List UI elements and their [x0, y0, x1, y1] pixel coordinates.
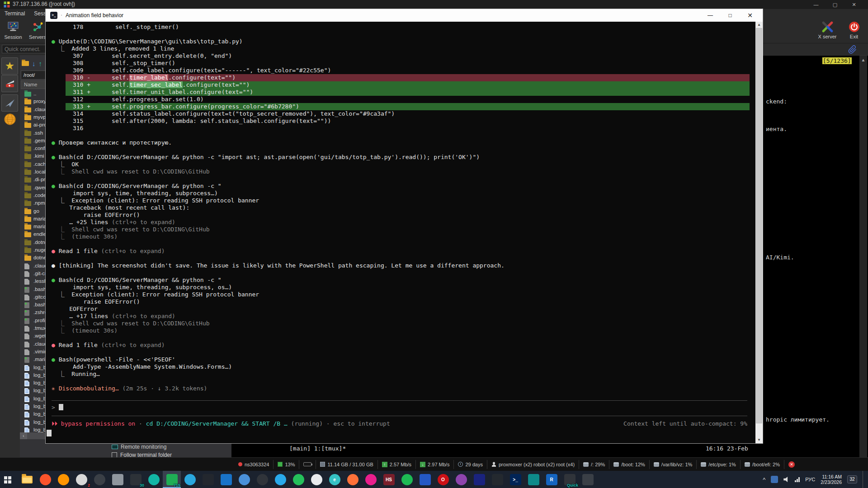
notification-badge[interactable]: 32	[847, 475, 857, 483]
exit-button[interactable]: Exit	[843, 20, 865, 39]
app-icon	[112, 474, 123, 485]
opera-icon[interactable]: O	[434, 471, 452, 488]
obs-icon	[257, 474, 268, 485]
obs-icon[interactable]	[253, 471, 271, 488]
menu-terminal[interactable]: Terminal	[0, 10, 29, 17]
app-icon[interactable]	[416, 471, 434, 488]
folder-icon	[24, 92, 31, 97]
telegram-icon[interactable]	[271, 471, 289, 488]
remote-monitoring-button[interactable]: Remote monitoring	[112, 444, 166, 451]
prompt-line[interactable]: >	[52, 404, 63, 411]
follow-terminal-checkbox[interactable]: Follow terminal folder	[112, 452, 172, 457]
minimize-button[interactable]: —	[807, 0, 826, 9]
brave-icon[interactable]	[36, 471, 54, 488]
status-item-disconnect: ✕	[784, 460, 799, 469]
app-icon[interactable]	[488, 471, 506, 488]
terminal-line: 313 + self.progress_bar.configure(progre…	[46, 103, 755, 110]
session-icon	[7, 21, 19, 32]
app-icon[interactable]	[145, 471, 163, 488]
terminal-text-fragment: AI/Kimi.	[766, 254, 794, 261]
app-icon[interactable]	[181, 471, 199, 488]
file-explorer-icon[interactable]	[18, 471, 36, 488]
status-item-disk: /etc/pve: 1%	[697, 460, 741, 469]
app-icon[interactable]	[217, 471, 235, 488]
star-icon: ★	[5, 61, 15, 71]
show-desktop-button[interactable]	[863, 471, 864, 488]
hidden-icons-chevron[interactable]: ^	[763, 476, 765, 483]
close-button[interactable]: ✕	[740, 9, 760, 22]
app-icon[interactable]	[452, 471, 470, 488]
firefox-icon	[347, 474, 359, 485]
mobaxterm-app-icon	[4, 1, 10, 8]
clock[interactable]: 11:16 AM 2/23/2026	[821, 474, 842, 485]
checkbox-icon[interactable]	[112, 452, 117, 457]
tray-app-icon[interactable]	[771, 476, 778, 483]
hs-icon[interactable]: HS	[380, 471, 398, 488]
camera-icon[interactable]	[398, 471, 416, 488]
sftp-tab[interactable]	[1, 111, 18, 128]
sessions-tab[interactable]: ★	[1, 57, 18, 75]
app-icon[interactable]	[470, 471, 488, 488]
edge-icon[interactable]: e	[326, 471, 344, 488]
language-indicator[interactable]: РУС	[805, 477, 815, 482]
folder-icon	[24, 131, 31, 136]
status-item-disk: /var/lib/vz: 1%	[650, 460, 697, 469]
powershell-icon[interactable]: >_	[506, 471, 524, 488]
firefox-icon[interactable]	[54, 471, 72, 488]
app-icon[interactable]: Quick	[561, 471, 579, 488]
start-button[interactable]	[0, 471, 18, 488]
speaker-icon[interactable]	[783, 477, 789, 482]
app-icon[interactable]	[362, 471, 380, 488]
macros-tab[interactable]	[1, 94, 18, 112]
app-icon	[293, 474, 304, 485]
parent-folder-icon[interactable]	[22, 61, 29, 66]
download-icon[interactable]: ↓	[32, 60, 36, 67]
app-icon[interactable]	[90, 471, 108, 488]
terminal-scrollbar[interactable]: ▲	[859, 56, 867, 458]
scrollbar-thumb[interactable]	[756, 28, 762, 423]
app-icon[interactable]	[289, 471, 307, 488]
mobaxterm-icon[interactable]: 715	[163, 471, 181, 488]
chrome-icon[interactable]	[307, 471, 326, 488]
claude-window-scrollbar[interactable]: ▲ ▼	[755, 22, 763, 443]
minimize-button[interactable]: —	[700, 9, 720, 22]
ide-icon	[203, 474, 214, 485]
ide-icon[interactable]	[199, 471, 217, 488]
terminal-line: … +17 lines (ctrl+o to expand)	[46, 313, 755, 320]
scroll-left-icon[interactable]: ‹	[20, 432, 27, 439]
scroll-up-icon[interactable]: ▲	[755, 22, 763, 28]
terminal-line: ● Проверю синтаксис и протестирую.	[46, 139, 755, 146]
app-icon[interactable]	[108, 471, 127, 488]
r-icon: R	[546, 474, 557, 485]
attachment-icon[interactable]	[848, 45, 857, 54]
network-icon[interactable]	[795, 477, 800, 482]
chrome-icon[interactable]: 2	[72, 471, 90, 488]
scroll-up-icon[interactable]: ▲	[859, 57, 867, 62]
folder-icon	[24, 217, 31, 222]
app-icon	[492, 474, 503, 485]
close-button[interactable]: ✕	[844, 0, 863, 9]
claude-window-titlebar[interactable]: >_ · Animation field behavior — □ ✕	[46, 9, 763, 22]
folder-icon	[24, 201, 31, 206]
app-icon[interactable]: 30	[127, 471, 145, 488]
terminal-line	[46, 132, 755, 139]
terminal-line: ⎿ Shell cwd was reset to D:\CODING\GitHu…	[46, 226, 755, 233]
file-icon	[24, 271, 29, 277]
tools-tab[interactable]	[1, 75, 18, 92]
app-icon[interactable]	[579, 471, 597, 488]
firefox-icon[interactable]	[344, 471, 362, 488]
xserver-button[interactable]: X server	[815, 20, 840, 39]
maximize-button[interactable]: □	[720, 9, 740, 22]
claude-terminal-content[interactable]: 178 self._stop_timer()● Update(D:\CODING…	[46, 22, 755, 443]
exit-label: Exit	[843, 34, 865, 39]
app-icon[interactable]	[235, 471, 253, 488]
maximize-button[interactable]: ▢	[826, 0, 844, 9]
r-icon[interactable]: R	[542, 471, 561, 488]
session-button[interactable]: Session	[1, 20, 25, 42]
scroll-down-icon[interactable]: ▼	[755, 437, 763, 443]
app-icon[interactable]	[524, 471, 542, 488]
upload-icon[interactable]: ↑	[39, 60, 42, 67]
download-icon: ↓	[420, 462, 425, 467]
file-icon	[24, 380, 29, 386]
brave-icon	[40, 474, 51, 485]
